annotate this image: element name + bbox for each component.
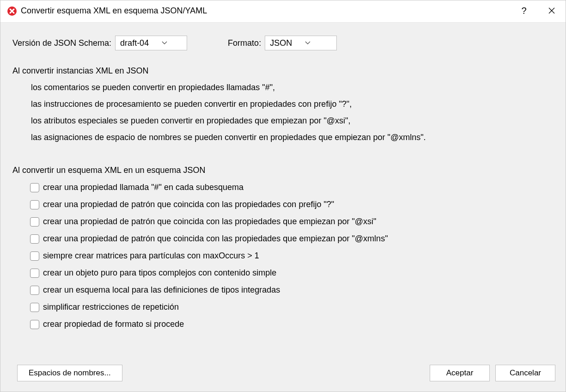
namespaces-button[interactable]: Espacios de nombres... xyxy=(17,365,122,381)
top-row: Versión de JSON Schema: draft-04 Formato… xyxy=(12,36,555,50)
help-icon: ? xyxy=(521,6,526,16)
dialog-title: Convertir esquema XML en esquema JSON/YA… xyxy=(21,6,515,16)
checkbox[interactable] xyxy=(30,217,39,227)
checkbox[interactable] xyxy=(30,183,39,192)
option-xmlns-pattern: crear una propiedad de patrón que coinci… xyxy=(30,234,555,244)
app-icon xyxy=(7,6,17,16)
close-icon xyxy=(548,6,555,16)
format-select[interactable]: JSON xyxy=(265,36,337,50)
option-local-schema: crear un esquema local para las definici… xyxy=(30,285,555,295)
dialog-window: Convertir esquema XML en esquema JSON/YA… xyxy=(0,0,566,392)
checkbox[interactable] xyxy=(30,320,39,329)
option-hash-property: crear una propiedad llamada "#" en cada … xyxy=(30,183,555,192)
checkbox[interactable] xyxy=(30,286,39,295)
section2-heading: Al convertir un esquema XML en un esquem… xyxy=(12,165,555,175)
option-xsi-pattern: crear una propiedad de patrón que coinci… xyxy=(30,217,555,227)
dialog-footer: Espacios de nombres... Aceptar Cancelar xyxy=(0,365,566,392)
option-arrays-maxoccurs: siempre crear matrices para partículas c… xyxy=(30,251,555,261)
format-value: JSON xyxy=(270,38,292,48)
chevron-down-icon xyxy=(162,40,167,46)
option-question-pattern: crear una propiedad de patrón que coinci… xyxy=(30,200,555,209)
titlebar: Convertir esquema XML en esquema JSON/YA… xyxy=(0,0,566,23)
info-line: los atributos especiales se pueden conve… xyxy=(31,116,555,125)
help-button[interactable]: ? xyxy=(515,4,533,18)
dialog-content: Versión de JSON Schema: draft-04 Formato… xyxy=(0,23,566,365)
checkbox-label[interactable]: crear un esquema local para las definici… xyxy=(43,285,280,295)
info-line: las asignaciones de espacio de nombres s… xyxy=(31,133,555,141)
option-pure-object: crear un objeto puro para tipos complejo… xyxy=(30,268,555,278)
checkbox[interactable] xyxy=(30,303,39,312)
close-button[interactable] xyxy=(542,4,561,18)
version-label: Versión de JSON Schema: xyxy=(12,38,111,48)
section1-lines: los comentarios se pueden convertir en p… xyxy=(31,83,555,150)
checkbox[interactable] xyxy=(30,200,39,209)
format-label: Formato: xyxy=(228,38,261,48)
checkbox[interactable] xyxy=(30,269,39,278)
checkbox-label[interactable]: siempre crear matrices para partículas c… xyxy=(43,251,259,261)
cancel-button[interactable]: Cancelar xyxy=(495,365,555,381)
chevron-down-icon xyxy=(305,40,310,46)
checkbox-label[interactable]: crear una propiedad llamada "#" en cada … xyxy=(43,183,243,192)
checkbox-label[interactable]: crear una propiedad de patrón que coinci… xyxy=(43,200,334,209)
option-simplify-repetition: simplificar restricciones de repetición xyxy=(30,302,555,312)
checkbox-label[interactable]: crear propiedad de formato si procede xyxy=(43,319,184,329)
checkbox-label[interactable]: crear una propiedad de patrón que coinci… xyxy=(43,234,388,244)
checkbox[interactable] xyxy=(30,251,39,261)
checkbox-label[interactable]: crear una propiedad de patrón que coinci… xyxy=(43,217,377,227)
checkbox[interactable] xyxy=(30,234,39,244)
checkbox-label[interactable]: simplificar restricciones de repetición xyxy=(43,302,179,312)
info-line: las instrucciones de procesamiento se pu… xyxy=(31,100,555,108)
checkbox-list: crear una propiedad llamada "#" en cada … xyxy=(30,183,555,337)
info-line: los comentarios se pueden convertir en p… xyxy=(31,83,555,92)
version-select[interactable]: draft-04 xyxy=(115,36,187,50)
option-format-property: crear propiedad de formato si procede xyxy=(30,319,555,329)
ok-button[interactable]: Aceptar xyxy=(430,365,490,381)
section1-heading: Al convertir instancias XML en JSON xyxy=(12,66,555,76)
checkbox-label[interactable]: crear un objeto puro para tipos complejo… xyxy=(43,268,276,278)
version-value: draft-04 xyxy=(120,38,149,48)
